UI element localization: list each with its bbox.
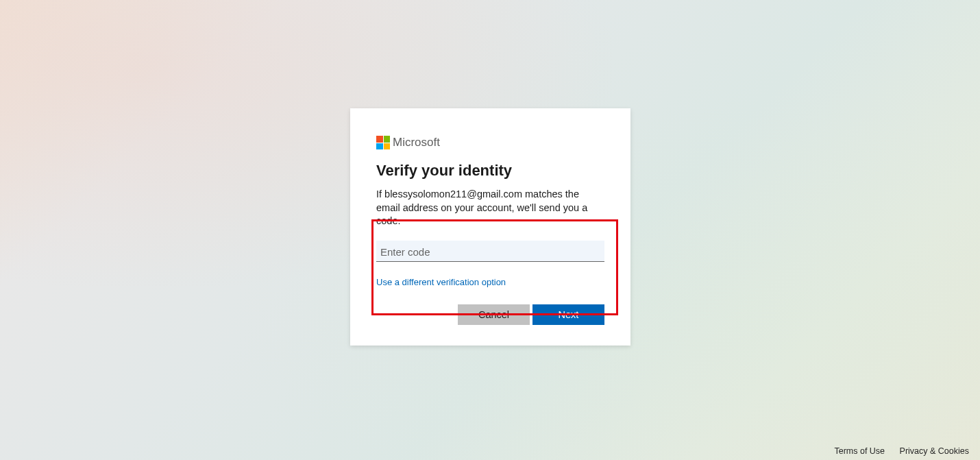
brand-name: Microsoft — [393, 136, 440, 149]
description-text: If blessysolomon211@gmail.com matches th… — [376, 188, 604, 228]
code-input[interactable] — [376, 241, 604, 262]
cancel-button[interactable]: Cancel — [458, 304, 530, 325]
button-row: Cancel Next — [376, 304, 604, 325]
privacy-link[interactable]: Privacy & Cookies — [900, 446, 969, 456]
footer-links: Terms of Use Privacy & Cookies — [822, 446, 969, 456]
signin-card: Microsoft Verify your identity If blessy… — [350, 108, 630, 346]
next-button[interactable]: Next — [532, 304, 604, 325]
terms-link[interactable]: Terms of Use — [834, 446, 885, 456]
microsoft-logo-icon — [376, 136, 390, 149]
brand-row: Microsoft — [376, 136, 604, 149]
alt-verification-link[interactable]: Use a different verification option — [376, 277, 506, 287]
page-title: Verify your identity — [376, 162, 604, 180]
